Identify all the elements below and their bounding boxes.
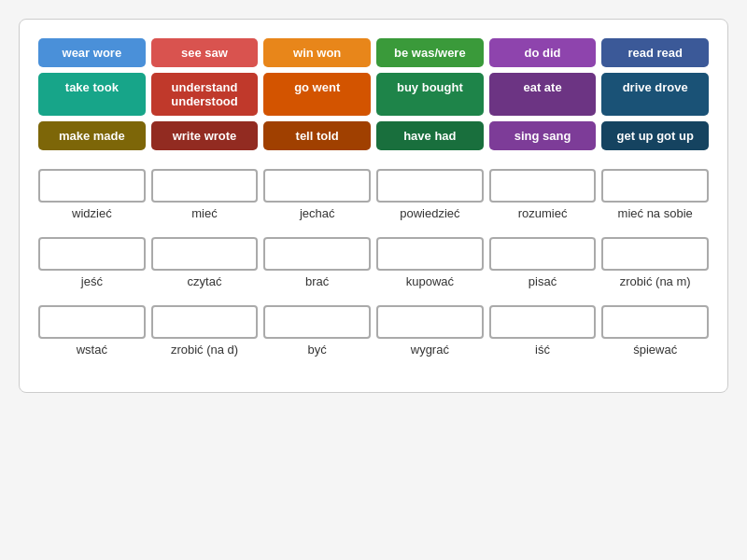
- word-tile[interactable]: wear wore: [38, 38, 146, 67]
- tiles-section: wear woresee sawwin wonbe was/weredo did…: [38, 38, 709, 150]
- drop-label: zrobić (na m): [601, 274, 709, 290]
- drop-label: być: [263, 343, 371, 358]
- word-tile[interactable]: drive drove: [601, 73, 709, 116]
- tiles-row-3: make madewrite wrotetell toldhave hadsin…: [38, 121, 709, 150]
- word-tile[interactable]: do did: [489, 38, 597, 67]
- word-tile[interactable]: tell told: [263, 121, 371, 150]
- drop-label: jeść: [38, 274, 146, 290]
- drop-box[interactable]: [601, 237, 709, 271]
- drop-box[interactable]: [263, 305, 371, 339]
- drop-box[interactable]: [151, 237, 259, 271]
- drop-box[interactable]: [376, 305, 484, 339]
- drop-box[interactable]: [489, 305, 597, 339]
- word-tile[interactable]: write wrote: [151, 121, 259, 150]
- drop-label: mieć na sobie: [601, 206, 709, 222]
- drop-box[interactable]: [263, 237, 371, 271]
- drop-box[interactable]: [376, 237, 484, 271]
- drop-label: rozumieć: [489, 206, 597, 222]
- label-row-2: jeśćczytaćbraćkupowaćpisaćzrobić (na m): [38, 274, 709, 290]
- drop-label: powiedzieć: [376, 206, 484, 222]
- tiles-row-1: wear woresee sawwin wonbe was/weredo did…: [38, 38, 709, 67]
- word-tile[interactable]: sing sang: [489, 121, 597, 150]
- drop-box[interactable]: [601, 169, 709, 203]
- word-tile[interactable]: understand understood: [151, 73, 259, 116]
- drop-label: wygrać: [376, 343, 484, 358]
- drop-label: pisać: [489, 274, 597, 290]
- drop-box-row-3: [38, 305, 709, 339]
- drop-box[interactable]: [489, 237, 597, 271]
- word-tile[interactable]: read read: [601, 38, 709, 67]
- label-row-1: widziećmiećjechaćpowiedziećrozumiećmieć …: [38, 206, 709, 222]
- drop-section: widziećmiećjechaćpowiedziećrozumiećmieć …: [38, 169, 709, 358]
- word-tile[interactable]: make made: [38, 121, 146, 150]
- drop-label: widzieć: [38, 206, 146, 222]
- drop-box[interactable]: [263, 169, 371, 203]
- main-container: wear woresee sawwin wonbe was/weredo did…: [19, 19, 728, 393]
- drop-box-row-1: [38, 169, 709, 203]
- drop-label: zrobić (na d): [151, 343, 259, 358]
- word-tile[interactable]: eat ate: [489, 73, 597, 116]
- drop-box[interactable]: [151, 305, 259, 339]
- drop-label: wstać: [38, 343, 146, 358]
- drop-box[interactable]: [38, 169, 146, 203]
- drop-label: mieć: [151, 206, 259, 222]
- word-tile[interactable]: get up got up: [601, 121, 709, 150]
- word-tile[interactable]: go went: [263, 73, 371, 116]
- word-tile[interactable]: see saw: [151, 38, 259, 67]
- drop-label: iść: [489, 343, 597, 358]
- drop-label: kupować: [376, 274, 484, 290]
- drop-box[interactable]: [151, 169, 259, 203]
- drop-box[interactable]: [376, 169, 484, 203]
- word-tile[interactable]: have had: [376, 121, 484, 150]
- label-row-3: wstaćzrobić (na d)byćwygraćiśćśpiewać: [38, 343, 709, 358]
- drop-label: śpiewać: [601, 343, 709, 358]
- drop-box[interactable]: [601, 305, 709, 339]
- word-tile[interactable]: take took: [38, 73, 146, 116]
- drop-box[interactable]: [489, 169, 597, 203]
- drop-label: czytać: [151, 274, 259, 290]
- word-tile[interactable]: be was/were: [376, 38, 484, 67]
- drop-box-row-2: [38, 237, 709, 271]
- tiles-row-2: take tookunderstand understoodgo wentbuy…: [38, 73, 709, 116]
- word-tile[interactable]: buy bought: [376, 73, 484, 116]
- word-tile[interactable]: win won: [263, 38, 371, 67]
- drop-box[interactable]: [38, 305, 146, 339]
- drop-label: brać: [263, 274, 371, 290]
- drop-box[interactable]: [38, 237, 146, 271]
- drop-label: jechać: [263, 206, 371, 222]
